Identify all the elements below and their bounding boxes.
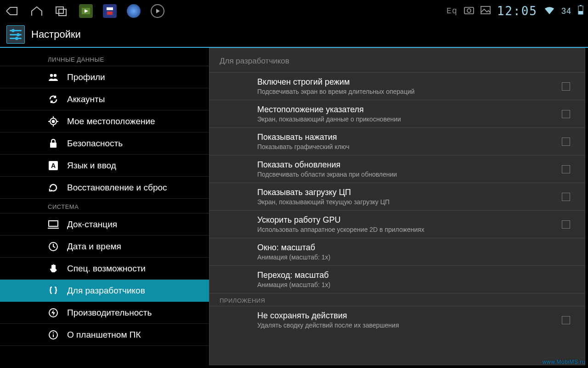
language-icon: A bbox=[48, 161, 59, 170]
svg-point-9 bbox=[467, 9, 471, 12]
lock-icon bbox=[48, 138, 59, 149]
recent-apps-icon[interactable] bbox=[54, 4, 69, 18]
camera-access-icon bbox=[464, 5, 474, 17]
picture-icon bbox=[481, 5, 491, 17]
settings-sidebar: ЛИЧНЫЕ ДАННЫЕ Профили Аккаунты Мое место… bbox=[0, 48, 209, 368]
svg-marker-29 bbox=[51, 310, 55, 316]
sidebar-item-dock[interactable]: Док-станция bbox=[0, 213, 209, 236]
pref-title: Окно: масштаб bbox=[257, 243, 575, 253]
svg-rect-5 bbox=[107, 7, 113, 10]
page-title: Настройки bbox=[31, 29, 81, 40]
sidebar-item-profiles[interactable]: Профили bbox=[0, 66, 209, 88]
app-shortcut-save-icon[interactable] bbox=[103, 4, 117, 18]
pref-title: Включен строгий режим bbox=[257, 77, 553, 87]
svg-rect-12 bbox=[580, 5, 582, 6]
pref-sub: Анимация (масштаб: 1x) bbox=[257, 253, 575, 261]
profiles-icon bbox=[48, 72, 59, 82]
dock-icon bbox=[48, 220, 59, 229]
svg-rect-1 bbox=[59, 9, 66, 16]
svg-point-17 bbox=[52, 120, 55, 122]
pref-sub: Подсвечивать области экрана при обновлен… bbox=[257, 171, 553, 178]
clock-icon bbox=[48, 242, 59, 252]
svg-text:A: A bbox=[51, 162, 56, 169]
checkbox[interactable] bbox=[562, 316, 570, 324]
status-clock: 12:05 bbox=[497, 4, 537, 18]
info-icon bbox=[48, 330, 59, 340]
pref-force-gpu[interactable]: Ускорить работу GPU Использовать аппарат… bbox=[209, 210, 585, 238]
sidebar-label: Дата и время bbox=[67, 242, 121, 252]
sidebar-label: Для разработчиков bbox=[67, 286, 145, 296]
checkbox[interactable] bbox=[562, 193, 570, 201]
battery-percent: 34 bbox=[561, 6, 571, 16]
sidebar-group-system: СИСТЕМА bbox=[0, 199, 209, 213]
sidebar-item-accessibility[interactable]: Спец. возможности bbox=[0, 258, 209, 280]
braces-icon bbox=[48, 286, 59, 296]
sync-icon bbox=[48, 94, 59, 104]
pref-sub: Использовать аппаратное ускорение 2D в п… bbox=[257, 226, 553, 233]
hand-icon bbox=[48, 264, 59, 274]
app-shortcut-media-icon[interactable] bbox=[79, 4, 93, 18]
pref-title: Показывать нажатия bbox=[257, 132, 553, 142]
svg-point-32 bbox=[53, 332, 54, 333]
sidebar-item-location[interactable]: Мое местоположение bbox=[0, 110, 209, 132]
sidebar-label: Профили bbox=[67, 72, 105, 82]
svg-rect-6 bbox=[107, 12, 113, 15]
pref-pointer-location[interactable]: Местоположение указателя Экран, показыва… bbox=[209, 100, 585, 127]
pref-sub: Экран, показывающий текущую загрузку ЦП bbox=[257, 198, 553, 206]
pref-title: Показать обновления bbox=[257, 160, 553, 170]
pref-sub: Удалять сводку действий после их заверше… bbox=[257, 322, 553, 329]
checkbox[interactable] bbox=[562, 220, 570, 229]
sidebar-label: Производительность bbox=[67, 308, 152, 318]
sidebar-item-about[interactable]: О планшетном ПК bbox=[0, 324, 209, 346]
wifi-icon bbox=[544, 5, 555, 17]
sidebar-item-language[interactable]: A Язык и ввод bbox=[0, 155, 209, 177]
pref-sub: Анимация (масштаб: 1x) bbox=[257, 281, 575, 288]
home-icon[interactable] bbox=[29, 4, 44, 18]
sidebar-label: Спец. возможности bbox=[67, 264, 146, 274]
sidebar-item-backup-reset[interactable]: Восстановление и сброс bbox=[0, 177, 209, 199]
sidebar-label: Аккаунты bbox=[67, 94, 105, 104]
sidebar-item-datetime[interactable]: Дата и время bbox=[0, 236, 209, 258]
pref-show-updates[interactable]: Показать обновления Подсвечивать области… bbox=[209, 155, 585, 183]
pref-cpu-usage[interactable]: Показывать загрузку ЦП Экран, показывающ… bbox=[209, 183, 585, 210]
pref-sub: Экран, показывающий данные о прикосновен… bbox=[257, 115, 553, 123]
pref-title: Местоположение указателя bbox=[257, 105, 553, 115]
sidebar-label: Восстановление и сброс bbox=[67, 183, 167, 193]
pref-title: Ускорить работу GPU bbox=[257, 215, 553, 225]
sidebar-item-security[interactable]: Безопасность bbox=[0, 132, 209, 155]
sidebar-group-personal: ЛИЧНЫЕ ДАННЫЕ bbox=[0, 52, 209, 66]
pref-strict-mode[interactable]: Включен строгий режим Подсвечивать экран… bbox=[209, 72, 585, 100]
sidebar-label: Док-станция bbox=[67, 219, 117, 230]
app-shortcut-browser-icon[interactable] bbox=[127, 4, 141, 18]
sidebar-item-developer[interactable]: Для разработчиков bbox=[0, 280, 209, 302]
detail-header: Для разработчиков bbox=[209, 48, 585, 72]
svg-rect-8 bbox=[464, 7, 474, 14]
title-bar: Настройки bbox=[0, 22, 588, 48]
sidebar-label: Язык и ввод bbox=[67, 161, 116, 171]
settings-detail-panel[interactable]: Для разработчиков Включен строгий режим … bbox=[209, 48, 585, 365]
sidebar-item-performance[interactable]: Производительность bbox=[0, 302, 209, 324]
main-area: ЛИЧНЫЕ ДАННЫЕ Профили Аккаунты Мое место… bbox=[0, 48, 588, 368]
pref-window-scale[interactable]: Окно: масштаб Анимация (масштаб: 1x) bbox=[209, 238, 585, 265]
sidebar-item-accounts[interactable]: Аккаунты bbox=[0, 88, 209, 110]
checkbox[interactable] bbox=[562, 110, 570, 118]
checkbox[interactable] bbox=[562, 165, 570, 173]
system-status-bar: Eq 12:05 34 bbox=[0, 0, 588, 22]
svg-rect-0 bbox=[56, 7, 63, 13]
settings-app-icon bbox=[6, 25, 25, 44]
pref-show-touches[interactable]: Показывать нажатия Показывать графически… bbox=[209, 127, 585, 155]
back-icon[interactable] bbox=[5, 4, 19, 18]
pref-group-apps: ПРИЛОЖЕНИЯ bbox=[209, 293, 585, 306]
pref-sub: Подсвечивать экран во время длительных о… bbox=[257, 88, 553, 95]
pref-dont-keep-activities[interactable]: Не сохранять действия Удалять сводку дей… bbox=[209, 306, 585, 334]
checkbox[interactable] bbox=[562, 82, 570, 91]
pref-transition-scale[interactable]: Переход: масштаб Анимация (масштаб: 1x) bbox=[209, 265, 585, 293]
svg-marker-7 bbox=[156, 9, 160, 13]
sidebar-label: Безопасность bbox=[67, 138, 123, 149]
pref-title: Переход: масштаб bbox=[257, 270, 575, 280]
sidebar-label: Мое местоположение bbox=[67, 116, 155, 126]
app-shortcut-play-icon[interactable] bbox=[151, 4, 164, 18]
sidebar-label: О планшетном ПК bbox=[67, 330, 141, 340]
backup-icon bbox=[48, 183, 59, 193]
checkbox[interactable] bbox=[562, 138, 570, 146]
